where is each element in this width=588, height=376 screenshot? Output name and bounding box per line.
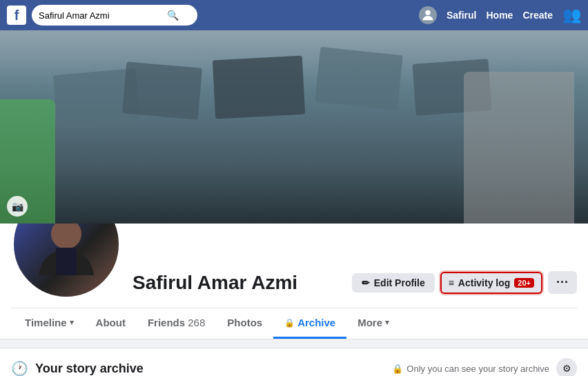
profile-name-area: Safirul Amar Azmi: [133, 272, 341, 299]
search-bar: 🔍: [32, 5, 197, 26]
tab-about[interactable]: About: [85, 308, 137, 339]
lock-icon: 🔒: [284, 318, 295, 328]
story-header: 🕐 Your story archive 🔒 Only you can see …: [0, 348, 588, 376]
nav-username[interactable]: Safirul: [447, 10, 477, 21]
profile-info-row: Safirul Amar Azmi ✏ Edit Profile ≡ Activ…: [11, 224, 577, 308]
svg-point-0: [425, 10, 430, 15]
fb-logo[interactable]: f: [7, 6, 26, 25]
tab-photos[interactable]: Photos: [216, 308, 273, 339]
nav-right: Safirul Home Create 👥: [419, 6, 581, 24]
story-clock-icon: 🕐: [11, 360, 28, 376]
people-icon[interactable]: 👥: [562, 6, 581, 24]
dots-icon: ···: [556, 275, 569, 289]
svg-rect-2: [56, 248, 77, 275]
story-title: Your story archive: [35, 362, 385, 376]
top-nav: f 🔍 Safirul Home Create 👥: [0, 0, 588, 30]
chevron-down-icon: ▾: [70, 318, 74, 327]
search-input[interactable]: [39, 10, 163, 21]
edit-icon: ✏: [362, 277, 370, 288]
cover-photo: 📷: [0, 30, 588, 224]
tab-archive[interactable]: 🔒 Archive: [273, 308, 346, 339]
visibility-lock-icon: 🔒: [392, 364, 403, 374]
visibility-text: Only you can see your story archive: [406, 364, 549, 374]
activity-log-button[interactable]: ≡ Activity log 20+: [440, 272, 542, 294]
activity-list-icon: ≡: [449, 277, 454, 288]
story-section: 🕐 Your story archive 🔒 Only you can see …: [0, 348, 588, 376]
gear-icon: ⚙: [562, 363, 571, 374]
search-icon: 🔍: [167, 10, 179, 21]
edit-profile-button[interactable]: ✏ Edit Profile: [352, 273, 435, 293]
tab-friends[interactable]: Friends 268: [137, 308, 216, 339]
more-options-button[interactable]: ···: [548, 271, 577, 294]
camera-icon-cover[interactable]: 📷: [7, 196, 28, 217]
activity-badge: 20+: [514, 278, 534, 288]
nav-create[interactable]: Create: [522, 10, 553, 21]
friends-count: 268: [188, 317, 205, 328]
activity-log-label: Activity log: [458, 277, 510, 288]
profile-actions: ✏ Edit Profile ≡ Activity log 20+ ···: [352, 271, 577, 299]
story-settings-button[interactable]: ⚙: [556, 358, 577, 376]
story-visibility-area: 🔒 Only you can see your story archive: [392, 364, 549, 374]
chevron-down-icon-more: ▾: [385, 318, 389, 327]
profile-tabs: Timeline ▾ About Friends 268 Photos 🔒 Ar…: [11, 308, 577, 339]
nav-avatar[interactable]: [419, 6, 437, 24]
cover-area: 📷 Safirul Amar Azmi ✏: [0, 30, 588, 339]
tab-timeline[interactable]: Timeline ▾: [14, 308, 85, 339]
edit-profile-label: Edit Profile: [374, 277, 425, 288]
tab-more[interactable]: More ▾: [346, 308, 400, 339]
nav-home[interactable]: Home: [487, 10, 513, 21]
profile-name: Safirul Amar Azmi: [133, 272, 297, 293]
profile-section: Safirul Amar Azmi ✏ Edit Profile ≡ Activ…: [0, 224, 588, 339]
